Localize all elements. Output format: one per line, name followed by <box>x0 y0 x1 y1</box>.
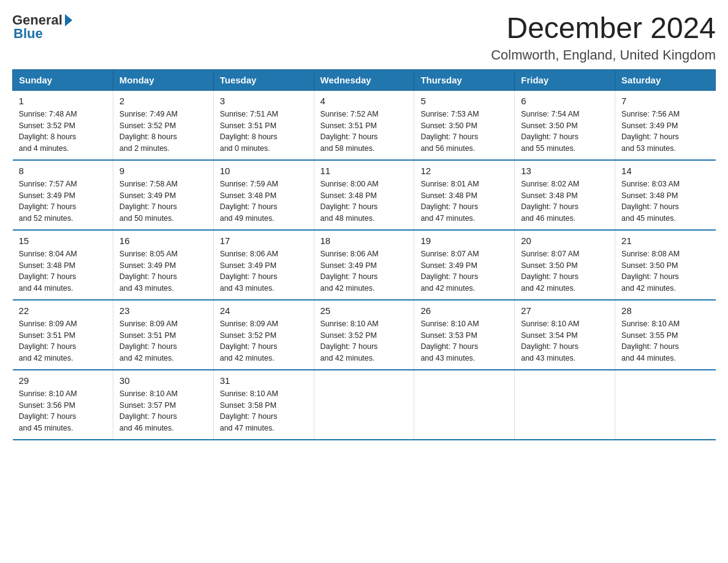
calendar-subtitle: Colmworth, England, United Kingdom <box>491 47 716 63</box>
day-info: Sunrise: 7:48 AMSunset: 3:52 PMDaylight:… <box>19 109 107 155</box>
day-info: Sunrise: 7:51 AMSunset: 3:51 PMDaylight:… <box>220 109 308 155</box>
day-cell <box>314 370 414 440</box>
day-number: 21 <box>621 236 709 246</box>
day-number: 1 <box>19 96 107 106</box>
day-info: Sunrise: 8:07 AMSunset: 3:50 PMDaylight:… <box>521 248 609 294</box>
day-cell: 24 Sunrise: 8:09 AMSunset: 3:52 PMDaylig… <box>213 300 314 370</box>
day-cell: 9 Sunrise: 7:58 AMSunset: 3:49 PMDayligh… <box>113 160 213 230</box>
logo-arrow-icon <box>65 14 72 26</box>
day-info: Sunrise: 8:09 AMSunset: 3:51 PMDaylight:… <box>19 318 107 364</box>
week-row-1: 1 Sunrise: 7:48 AMSunset: 3:52 PMDayligh… <box>13 90 716 160</box>
day-info: Sunrise: 8:04 AMSunset: 3:48 PMDaylight:… <box>19 248 107 294</box>
day-cell: 23 Sunrise: 8:09 AMSunset: 3:51 PMDaylig… <box>113 300 213 370</box>
week-row-4: 22 Sunrise: 8:09 AMSunset: 3:51 PMDaylig… <box>13 300 716 370</box>
day-number: 4 <box>320 96 408 106</box>
day-number: 11 <box>320 166 408 176</box>
day-number: 18 <box>320 236 408 246</box>
day-number: 8 <box>19 166 107 176</box>
day-number: 17 <box>220 236 308 246</box>
week-row-3: 15 Sunrise: 8:04 AMSunset: 3:48 PMDaylig… <box>13 230 716 300</box>
day-cell: 31 Sunrise: 8:10 AMSunset: 3:58 PMDaylig… <box>213 370 314 440</box>
day-number: 16 <box>119 236 207 246</box>
header-cell-saturday: Saturday <box>615 69 716 90</box>
day-number: 20 <box>521 236 609 246</box>
day-info: Sunrise: 7:58 AMSunset: 3:49 PMDaylight:… <box>119 178 207 224</box>
day-cell: 26 Sunrise: 8:10 AMSunset: 3:53 PMDaylig… <box>414 300 515 370</box>
day-number: 22 <box>19 305 107 316</box>
day-number: 12 <box>420 166 508 176</box>
day-cell: 29 Sunrise: 8:10 AMSunset: 3:56 PMDaylig… <box>13 370 113 440</box>
day-info: Sunrise: 8:10 AMSunset: 3:57 PMDaylight:… <box>119 388 207 434</box>
day-number: 23 <box>119 305 207 316</box>
day-info: Sunrise: 8:10 AMSunset: 3:53 PMDaylight:… <box>420 318 508 364</box>
day-cell: 7 Sunrise: 7:56 AMSunset: 3:49 PMDayligh… <box>615 90 716 160</box>
logo-blue-text: Blue <box>13 26 43 42</box>
day-cell: 10 Sunrise: 7:59 AMSunset: 3:48 PMDaylig… <box>213 160 314 230</box>
day-info: Sunrise: 8:07 AMSunset: 3:49 PMDaylight:… <box>420 248 508 294</box>
day-cell: 12 Sunrise: 8:01 AMSunset: 3:48 PMDaylig… <box>414 160 515 230</box>
day-cell: 18 Sunrise: 8:06 AMSunset: 3:49 PMDaylig… <box>314 230 414 300</box>
day-info: Sunrise: 8:10 AMSunset: 3:52 PMDaylight:… <box>320 318 408 364</box>
day-cell: 16 Sunrise: 8:05 AMSunset: 3:49 PMDaylig… <box>113 230 213 300</box>
calendar-table: SundayMondayTuesdayWednesdayThursdayFrid… <box>12 69 716 440</box>
day-cell: 21 Sunrise: 8:08 AMSunset: 3:50 PMDaylig… <box>615 230 716 300</box>
day-info: Sunrise: 8:09 AMSunset: 3:52 PMDaylight:… <box>220 318 308 364</box>
day-cell: 20 Sunrise: 8:07 AMSunset: 3:50 PMDaylig… <box>515 230 615 300</box>
logo: General Blue <box>12 12 72 42</box>
day-number: 5 <box>420 96 508 106</box>
day-info: Sunrise: 8:10 AMSunset: 3:58 PMDaylight:… <box>220 388 308 434</box>
day-cell: 6 Sunrise: 7:54 AMSunset: 3:50 PMDayligh… <box>515 90 615 160</box>
day-cell: 3 Sunrise: 7:51 AMSunset: 3:51 PMDayligh… <box>213 90 314 160</box>
day-cell: 17 Sunrise: 8:06 AMSunset: 3:49 PMDaylig… <box>213 230 314 300</box>
day-cell: 14 Sunrise: 8:03 AMSunset: 3:48 PMDaylig… <box>615 160 716 230</box>
day-info: Sunrise: 8:10 AMSunset: 3:55 PMDaylight:… <box>621 318 709 364</box>
day-cell: 15 Sunrise: 8:04 AMSunset: 3:48 PMDaylig… <box>13 230 113 300</box>
day-cell: 27 Sunrise: 8:10 AMSunset: 3:54 PMDaylig… <box>515 300 615 370</box>
day-cell <box>515 370 615 440</box>
week-row-5: 29 Sunrise: 8:10 AMSunset: 3:56 PMDaylig… <box>13 370 716 440</box>
day-info: Sunrise: 8:06 AMSunset: 3:49 PMDaylight:… <box>220 248 308 294</box>
day-cell: 8 Sunrise: 7:57 AMSunset: 3:49 PMDayligh… <box>13 160 113 230</box>
day-cell: 4 Sunrise: 7:52 AMSunset: 3:51 PMDayligh… <box>314 90 414 160</box>
day-info: Sunrise: 8:01 AMSunset: 3:48 PMDaylight:… <box>420 178 508 224</box>
calendar-title: December 2024 <box>491 12 716 45</box>
page-header: General Blue December 2024 Colmworth, En… <box>12 12 716 63</box>
header-row: SundayMondayTuesdayWednesdayThursdayFrid… <box>13 69 716 90</box>
calendar-body: 1 Sunrise: 7:48 AMSunset: 3:52 PMDayligh… <box>13 90 716 440</box>
header-cell-monday: Monday <box>113 69 213 90</box>
day-info: Sunrise: 7:52 AMSunset: 3:51 PMDaylight:… <box>320 109 408 155</box>
day-info: Sunrise: 7:54 AMSunset: 3:50 PMDaylight:… <box>521 109 609 155</box>
day-number: 10 <box>220 166 308 176</box>
day-info: Sunrise: 8:10 AMSunset: 3:54 PMDaylight:… <box>521 318 609 364</box>
day-number: 27 <box>521 305 609 316</box>
day-number: 6 <box>521 96 609 106</box>
day-info: Sunrise: 8:06 AMSunset: 3:49 PMDaylight:… <box>320 248 408 294</box>
day-info: Sunrise: 7:57 AMSunset: 3:49 PMDaylight:… <box>19 178 107 224</box>
day-info: Sunrise: 7:59 AMSunset: 3:48 PMDaylight:… <box>220 178 308 224</box>
day-info: Sunrise: 8:00 AMSunset: 3:48 PMDaylight:… <box>320 178 408 224</box>
day-info: Sunrise: 7:53 AMSunset: 3:50 PMDaylight:… <box>420 109 508 155</box>
day-number: 2 <box>119 96 207 106</box>
day-cell: 25 Sunrise: 8:10 AMSunset: 3:52 PMDaylig… <box>314 300 414 370</box>
day-cell: 2 Sunrise: 7:49 AMSunset: 3:52 PMDayligh… <box>113 90 213 160</box>
day-info: Sunrise: 8:08 AMSunset: 3:50 PMDaylight:… <box>621 248 709 294</box>
day-cell: 22 Sunrise: 8:09 AMSunset: 3:51 PMDaylig… <box>13 300 113 370</box>
header-cell-friday: Friday <box>515 69 615 90</box>
header-cell-thursday: Thursday <box>414 69 515 90</box>
day-number: 3 <box>220 96 308 106</box>
day-info: Sunrise: 8:02 AMSunset: 3:48 PMDaylight:… <box>521 178 609 224</box>
day-number: 29 <box>19 375 107 386</box>
day-number: 15 <box>19 236 107 246</box>
day-info: Sunrise: 7:49 AMSunset: 3:52 PMDaylight:… <box>119 109 207 155</box>
day-cell: 13 Sunrise: 8:02 AMSunset: 3:48 PMDaylig… <box>515 160 615 230</box>
day-number: 19 <box>420 236 508 246</box>
day-number: 25 <box>320 305 408 316</box>
day-cell: 11 Sunrise: 8:00 AMSunset: 3:48 PMDaylig… <box>314 160 414 230</box>
day-number: 28 <box>621 305 709 316</box>
day-number: 9 <box>119 166 207 176</box>
day-cell <box>414 370 515 440</box>
day-number: 14 <box>621 166 709 176</box>
day-info: Sunrise: 8:10 AMSunset: 3:56 PMDaylight:… <box>19 388 107 434</box>
title-block: December 2024 Colmworth, England, United… <box>491 12 716 63</box>
day-number: 31 <box>220 375 308 386</box>
